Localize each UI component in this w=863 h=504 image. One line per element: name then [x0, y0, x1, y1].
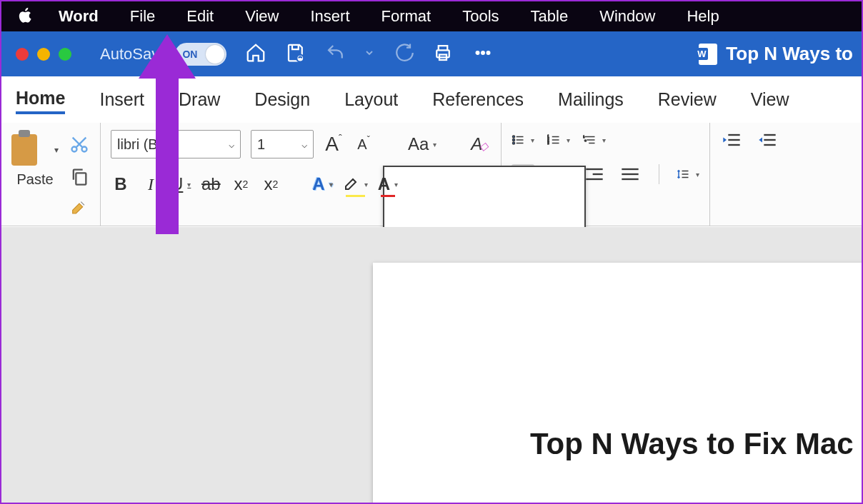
- tab-view[interactable]: View: [751, 86, 789, 113]
- save-sync-icon[interactable]: [285, 42, 306, 66]
- paste-icon[interactable]: [11, 130, 51, 170]
- clipboard-group: ▾ Paste: [1, 123, 101, 226]
- autosave-toggle-state: ON: [182, 49, 197, 60]
- mac-menu-insert[interactable]: Insert: [294, 7, 365, 26]
- tab-review[interactable]: Review: [658, 86, 717, 113]
- bullets-button[interactable]: [512, 130, 534, 150]
- chevron-down-icon: ⌵: [296, 138, 307, 150]
- superscript-button[interactable]: x2: [261, 173, 281, 196]
- font-size-combo[interactable]: 1 ⌵: [251, 130, 314, 158]
- tab-insert[interactable]: Insert: [99, 86, 144, 113]
- shrink-font-button[interactable]: Aˇ: [354, 133, 374, 156]
- subscript-button[interactable]: x2: [231, 173, 251, 196]
- mac-menu-table[interactable]: Table: [515, 7, 584, 26]
- word-document-icon: W: [699, 44, 717, 65]
- svg-text:3: 3: [547, 141, 549, 145]
- mac-menu-window[interactable]: Window: [584, 7, 671, 26]
- underline-button[interactable]: U: [171, 173, 191, 196]
- change-case-button[interactable]: Aa: [408, 133, 437, 156]
- autosave-label: AutoSave: [100, 45, 168, 64]
- multilevel-list-button[interactable]: 1a: [583, 130, 606, 150]
- tab-draw[interactable]: Draw: [179, 86, 220, 113]
- mac-menu-word[interactable]: Word: [43, 7, 114, 26]
- window-zoom-button[interactable]: [59, 48, 71, 61]
- mac-menu-bar: Word File Edit View Insert Format Tools …: [1, 1, 862, 31]
- line-spacing-button[interactable]: [677, 164, 699, 184]
- redo-icon[interactable]: [392, 42, 414, 66]
- window-close-button[interactable]: [16, 48, 29, 61]
- paste-dropdown-icon[interactable]: ▾: [54, 145, 59, 155]
- cut-icon[interactable]: [69, 133, 90, 155]
- toggle-knob-icon: [206, 45, 224, 64]
- justify-button[interactable]: [619, 164, 642, 184]
- tab-mailings[interactable]: Mailings: [558, 86, 624, 113]
- tab-references[interactable]: References: [432, 86, 524, 113]
- undo-icon[interactable]: [325, 42, 346, 66]
- font-family-value: libri (Bo…: [117, 136, 180, 153]
- autosave-toggle[interactable]: ON: [175, 43, 226, 66]
- bold-button[interactable]: B: [111, 173, 131, 196]
- undo-dropdown-icon[interactable]: [365, 42, 374, 66]
- svg-text:a: a: [585, 139, 587, 142]
- decrease-indent-button[interactable]: [720, 130, 743, 150]
- strikethrough-button[interactable]: ab: [201, 173, 221, 196]
- font-size-value: 1: [257, 136, 265, 153]
- format-painter-icon[interactable]: [69, 198, 90, 219]
- window-minimize-button[interactable]: [37, 48, 50, 61]
- svg-point-5: [487, 51, 490, 54]
- font-family-combo[interactable]: libri (Bo… ⌵: [111, 130, 241, 158]
- window-title-bar: AutoSave ON W Top N Ways to: [1, 31, 862, 76]
- italic-button[interactable]: I: [141, 173, 161, 196]
- mac-menu-file[interactable]: File: [114, 7, 171, 26]
- mac-menu-format[interactable]: Format: [366, 7, 447, 26]
- tab-home[interactable]: Home: [16, 85, 65, 114]
- tab-layout[interactable]: Layout: [344, 86, 398, 113]
- svg-point-4: [482, 51, 485, 54]
- separator: [659, 164, 659, 184]
- svg-point-3: [477, 51, 479, 54]
- document-page[interactable]: Top N Ways to Fix Mac: [373, 263, 863, 504]
- window-traffic-lights: [16, 48, 71, 61]
- apple-logo-icon[interactable]: [9, 6, 43, 26]
- mac-menu-help[interactable]: Help: [671, 7, 734, 26]
- quick-access-toolbar: [245, 42, 494, 66]
- svg-point-13: [513, 142, 515, 144]
- ribbon-home: ▾ Paste libri (Bo… ⌵ 1 ⌵ Aˆ Aˇ Aa A◇: [1, 123, 862, 226]
- numbering-button[interactable]: 123: [547, 130, 570, 150]
- svg-text:1: 1: [583, 136, 584, 138]
- font-color-button[interactable]: A: [378, 173, 398, 196]
- document-title-area: W Top N Ways to: [699, 43, 853, 65]
- copy-icon[interactable]: [69, 166, 90, 187]
- mac-menu-edit[interactable]: Edit: [171, 7, 229, 26]
- mac-menu-view[interactable]: View: [229, 7, 294, 26]
- align-right-button[interactable]: [583, 164, 606, 184]
- svg-point-9: [513, 136, 515, 138]
- mac-menu-tools[interactable]: Tools: [447, 7, 514, 26]
- grow-font-button[interactable]: Aˆ: [324, 133, 344, 156]
- document-heading: Top N Ways to Fix Mac: [530, 427, 863, 461]
- svg-point-11: [513, 139, 515, 141]
- clear-formatting-button[interactable]: A◇: [471, 133, 491, 156]
- svg-point-0: [297, 54, 304, 61]
- document-title: Top N Ways to: [726, 43, 853, 65]
- chevron-down-icon: ⌵: [223, 138, 234, 150]
- paste-button[interactable]: Paste: [16, 171, 53, 188]
- highlight-color-button[interactable]: [343, 173, 368, 196]
- document-canvas[interactable]: Top N Ways to Fix Mac: [1, 227, 862, 503]
- home-icon[interactable]: [245, 42, 266, 66]
- svg-rect-8: [76, 173, 86, 184]
- print-icon[interactable]: [432, 42, 454, 66]
- more-icon[interactable]: [472, 42, 494, 66]
- ribbon-tab-strip: Home Insert Draw Design Layout Reference…: [1, 76, 862, 123]
- text-effects-button[interactable]: A: [312, 173, 332, 196]
- indent-group: [710, 123, 789, 226]
- tab-design[interactable]: Design: [254, 86, 310, 113]
- increase-indent-button[interactable]: [756, 130, 779, 150]
